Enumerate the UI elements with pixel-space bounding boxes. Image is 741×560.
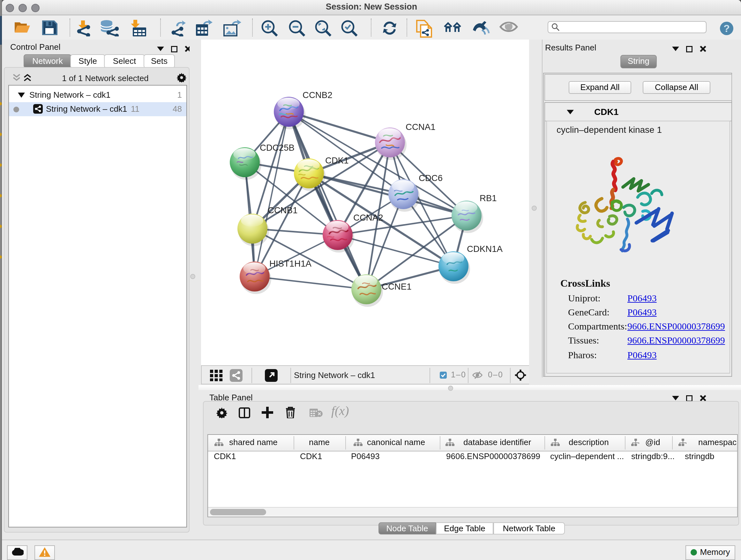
svg-text:CCNA1: CCNA1: [405, 122, 435, 132]
svg-text:CDC6: CDC6: [418, 173, 442, 183]
svg-text:CCNE1: CCNE1: [381, 282, 411, 292]
svg-text:HIST1H1A: HIST1H1A: [269, 259, 311, 268]
svg-text:CCNB1: CCNB1: [267, 205, 297, 215]
svg-text:CDC25B: CDC25B: [259, 143, 294, 152]
svg-text:RB1: RB1: [479, 193, 496, 203]
svg-text:CDKN1A: CDKN1A: [467, 244, 502, 254]
svg-text:CCNB2: CCNB2: [302, 90, 332, 100]
svg-text:CDK1: CDK1: [325, 155, 348, 165]
svg-text:CCNA2: CCNA2: [353, 212, 383, 223]
